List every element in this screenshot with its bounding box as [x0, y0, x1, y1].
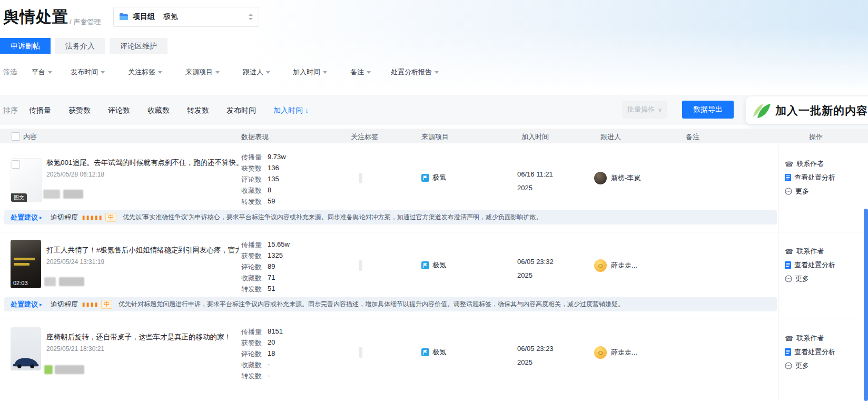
sort-join-time-active[interactable]: 加入时间 ↓: [273, 106, 309, 115]
th-watch-tags: 关注标签: [351, 132, 378, 142]
join-time: 06/16 11:21 2025: [517, 168, 553, 195]
filter-platform[interactable]: 平台: [32, 67, 52, 77]
sort-comments[interactable]: 评论数: [108, 106, 130, 115]
avatar: [594, 346, 607, 359]
follower-cell: 薛走走...: [594, 259, 637, 272]
caret-down-icon: [215, 71, 220, 74]
metric-label: 获赞数: [241, 338, 268, 348]
select-arrows-icon: [248, 13, 253, 21]
thumb-text-artifact: [14, 258, 35, 260]
sort-publish-time[interactable]: 发布时间: [226, 106, 256, 115]
urgency-bars: ▮▮▮▮▮: [82, 214, 103, 220]
join-year: 2025: [517, 181, 553, 195]
filter-follower[interactable]: 跟进人: [243, 67, 270, 77]
contact-author-label: 联系作者: [796, 159, 824, 169]
leaf-logo-icon: [750, 100, 772, 122]
sort-spread[interactable]: 传播量: [29, 106, 51, 115]
document-icon: [785, 174, 791, 181]
join-date: 06/16 11:21: [517, 168, 553, 181]
filter-label: 加入时间: [293, 67, 320, 77]
publish-time: 2025/05/28 06:12:18: [46, 171, 104, 178]
post-title[interactable]: 座椅朝后旋转，还自带桌子，这些车才是真正的移动的家！: [46, 332, 231, 342]
metric-label: 转发数: [241, 197, 268, 207]
filter-bar-label: 筛选: [3, 67, 17, 77]
metric-label: 评论数: [241, 175, 268, 184]
source-project-name: 极氪: [432, 260, 446, 270]
folder-icon: [119, 13, 129, 21]
sort-favorites[interactable]: 收藏数: [147, 106, 170, 115]
metric-value: 89: [268, 262, 275, 270]
batch-operation-button[interactable]: 批量操作 ∨: [622, 101, 667, 119]
metric-value: 135: [268, 175, 279, 183]
more-icon: [785, 188, 792, 195]
tab-appeal-delete[interactable]: 申诉删帖: [0, 38, 51, 54]
sort-likes[interactable]: 获赞数: [68, 106, 91, 115]
contact-author-action[interactable]: ☎ 联系作者: [785, 334, 824, 343]
th-join-time: 加入时间: [521, 132, 549, 142]
metric-label: 获赞数: [241, 251, 268, 261]
tab-comment-maintenance[interactable]: 评论区维护: [110, 38, 167, 54]
caret-down-icon: [435, 71, 439, 74]
contact-author-label: 联系作者: [796, 334, 824, 343]
video-thumbnail[interactable]: 02:03: [11, 240, 41, 288]
table-header: 内容 数据表现 关注标签 来源项目 加入时间 跟进人 备注 操作: [0, 129, 868, 143]
filter-label: 处置分析报告: [391, 67, 432, 77]
disposal-suggestion[interactable]: 处置建议 ▸ 迫切程度 ▮▮▮▮▮ 中 优先以'事实准确性争议'为申诉核心，要求…: [4, 210, 777, 224]
more-icon: [785, 275, 792, 282]
more-action[interactable]: 更多: [785, 274, 809, 283]
select-all-checkbox[interactable]: [12, 132, 20, 141]
th-performance: 数据表现: [241, 132, 269, 142]
tag-placeholder: [359, 173, 362, 183]
more-action[interactable]: 更多: [785, 187, 809, 196]
th-source: 来源项目: [421, 132, 449, 142]
phone-icon: ☎: [785, 335, 793, 342]
view-analysis-action[interactable]: 查看处置分析: [785, 173, 835, 182]
row-checkbox[interactable]: [12, 160, 20, 169]
metric-label: 收藏数: [241, 186, 268, 195]
view-analysis-action[interactable]: 查看处置分析: [785, 260, 835, 270]
table-row: 02:03 打工人共情了！#极氪售后小姐姐情绪稳定到引网友心疼，官方... 20…: [0, 232, 868, 319]
metric-value: 51: [268, 285, 275, 292]
scrollbar[interactable]: [864, 209, 868, 401]
filter-analysis-report[interactable]: 处置分析报告: [391, 67, 439, 77]
filter-remark[interactable]: 备注: [350, 67, 371, 77]
caret-down-icon: [101, 71, 105, 74]
contact-author-action[interactable]: ☎ 联系作者: [785, 159, 824, 169]
redacted-tag: [59, 277, 84, 286]
post-title[interactable]: 极氪001追尾。去年试驾的时候就有点刹不住，跑的还不算快。...: [46, 158, 239, 168]
filter-join-time[interactable]: 加入时间: [293, 67, 327, 77]
sort-shares[interactable]: 转发数: [187, 106, 209, 115]
join-time: 06/05 23:23 2025: [517, 342, 554, 369]
metric-label: 评论数: [241, 262, 268, 272]
disposal-suggestion[interactable]: 处置建议 ▸ 迫切程度 ▮▮▮▮ 中 优先针对标题党问题进行申诉，要求平台标注争…: [4, 297, 777, 311]
add-new-content-banner[interactable]: 加入一批新的内容: [746, 96, 868, 124]
project-group-select[interactable]: 项目组 极氪: [113, 7, 259, 27]
post-title[interactable]: 打工人共情了！#极氪售后小姐姐情绪稳定到引网友心疼，官方...: [46, 246, 239, 255]
metric-value: 20: [268, 338, 275, 346]
caret-down-icon: [367, 71, 371, 74]
filter-source-project[interactable]: 来源项目: [185, 67, 220, 77]
data-export-label: 数据导出: [693, 105, 723, 114]
metric-value: -: [268, 360, 270, 368]
project-group-label: 项目组: [133, 12, 155, 22]
more-action[interactable]: 更多: [785, 361, 809, 370]
filter-label: 来源项目: [185, 67, 213, 77]
filter-publish-time[interactable]: 发布时间: [71, 67, 105, 77]
contact-author-label: 联系作者: [796, 247, 824, 256]
caret-down-icon: [323, 71, 327, 74]
view-analysis-action[interactable]: 查看处置分析: [785, 347, 835, 357]
metric-label: 评论数: [241, 349, 268, 359]
tab-bar: 申诉删帖 法务介入 评论区维护: [0, 38, 167, 54]
caret-down-icon: [48, 71, 52, 74]
expand-arrow-icon: ▸: [40, 214, 42, 220]
post-thumbnail[interactable]: [11, 327, 41, 370]
data-export-button[interactable]: 数据导出: [682, 101, 734, 119]
page-subtitle: / 声誉管理: [70, 17, 101, 27]
video-duration: 02:03: [13, 280, 28, 286]
contact-author-action[interactable]: ☎ 联系作者: [785, 247, 824, 256]
source-project: 极氪: [421, 173, 446, 182]
tab-legal-intervention[interactable]: 法务介入: [55, 38, 105, 54]
filter-watch-tags[interactable]: 关注标签: [128, 67, 162, 77]
urgency-level-badge: 中: [101, 300, 112, 309]
th-actions: 操作: [809, 132, 823, 142]
